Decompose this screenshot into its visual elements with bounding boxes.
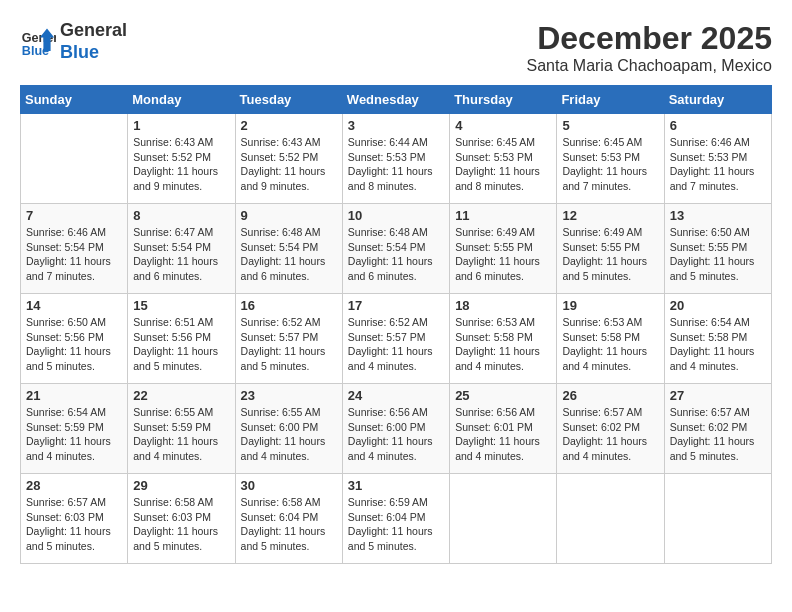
day-number: 20 bbox=[670, 298, 766, 313]
day-number: 3 bbox=[348, 118, 444, 133]
day-number: 10 bbox=[348, 208, 444, 223]
calendar-day-cell: 31Sunrise: 6:59 AMSunset: 6:04 PMDayligh… bbox=[342, 474, 449, 564]
calendar-day-cell: 29Sunrise: 6:58 AMSunset: 6:03 PMDayligh… bbox=[128, 474, 235, 564]
calendar-day-cell: 10Sunrise: 6:48 AMSunset: 5:54 PMDayligh… bbox=[342, 204, 449, 294]
calendar-day-cell: 1Sunrise: 6:43 AMSunset: 5:52 PMDaylight… bbox=[128, 114, 235, 204]
day-number: 13 bbox=[670, 208, 766, 223]
day-number: 6 bbox=[670, 118, 766, 133]
day-number: 7 bbox=[26, 208, 122, 223]
day-number: 8 bbox=[133, 208, 229, 223]
day-number: 11 bbox=[455, 208, 551, 223]
calendar-day-cell: 7Sunrise: 6:46 AMSunset: 5:54 PMDaylight… bbox=[21, 204, 128, 294]
day-info: Sunrise: 6:54 AMSunset: 5:59 PMDaylight:… bbox=[26, 405, 122, 464]
calendar-week-row: 1Sunrise: 6:43 AMSunset: 5:52 PMDaylight… bbox=[21, 114, 772, 204]
weekday-header-friday: Friday bbox=[557, 86, 664, 114]
day-number: 31 bbox=[348, 478, 444, 493]
day-info: Sunrise: 6:55 AMSunset: 5:59 PMDaylight:… bbox=[133, 405, 229, 464]
calendar-table: SundayMondayTuesdayWednesdayThursdayFrid… bbox=[20, 85, 772, 564]
day-info: Sunrise: 6:49 AMSunset: 5:55 PMDaylight:… bbox=[562, 225, 658, 284]
day-number: 15 bbox=[133, 298, 229, 313]
day-info: Sunrise: 6:53 AMSunset: 5:58 PMDaylight:… bbox=[455, 315, 551, 374]
day-number: 12 bbox=[562, 208, 658, 223]
day-info: Sunrise: 6:53 AMSunset: 5:58 PMDaylight:… bbox=[562, 315, 658, 374]
day-info: Sunrise: 6:50 AMSunset: 5:56 PMDaylight:… bbox=[26, 315, 122, 374]
calendar-day-cell: 21Sunrise: 6:54 AMSunset: 5:59 PMDayligh… bbox=[21, 384, 128, 474]
day-number: 1 bbox=[133, 118, 229, 133]
day-number: 5 bbox=[562, 118, 658, 133]
weekday-header-saturday: Saturday bbox=[664, 86, 771, 114]
day-info: Sunrise: 6:59 AMSunset: 6:04 PMDaylight:… bbox=[348, 495, 444, 554]
day-info: Sunrise: 6:50 AMSunset: 5:55 PMDaylight:… bbox=[670, 225, 766, 284]
calendar-day-cell: 25Sunrise: 6:56 AMSunset: 6:01 PMDayligh… bbox=[450, 384, 557, 474]
calendar-week-row: 28Sunrise: 6:57 AMSunset: 6:03 PMDayligh… bbox=[21, 474, 772, 564]
day-info: Sunrise: 6:54 AMSunset: 5:58 PMDaylight:… bbox=[670, 315, 766, 374]
day-number: 18 bbox=[455, 298, 551, 313]
day-info: Sunrise: 6:57 AMSunset: 6:02 PMDaylight:… bbox=[670, 405, 766, 464]
calendar-day-cell: 17Sunrise: 6:52 AMSunset: 5:57 PMDayligh… bbox=[342, 294, 449, 384]
weekday-header-monday: Monday bbox=[128, 86, 235, 114]
day-number: 2 bbox=[241, 118, 337, 133]
day-number: 21 bbox=[26, 388, 122, 403]
day-info: Sunrise: 6:51 AMSunset: 5:56 PMDaylight:… bbox=[133, 315, 229, 374]
calendar-day-cell: 11Sunrise: 6:49 AMSunset: 5:55 PMDayligh… bbox=[450, 204, 557, 294]
calendar-day-cell: 9Sunrise: 6:48 AMSunset: 5:54 PMDaylight… bbox=[235, 204, 342, 294]
calendar-week-row: 7Sunrise: 6:46 AMSunset: 5:54 PMDaylight… bbox=[21, 204, 772, 294]
empty-cell bbox=[21, 114, 128, 204]
calendar-day-cell: 3Sunrise: 6:44 AMSunset: 5:53 PMDaylight… bbox=[342, 114, 449, 204]
weekday-header-wednesday: Wednesday bbox=[342, 86, 449, 114]
day-info: Sunrise: 6:45 AMSunset: 5:53 PMDaylight:… bbox=[455, 135, 551, 194]
day-number: 16 bbox=[241, 298, 337, 313]
month-title: December 2025 bbox=[527, 20, 772, 57]
day-number: 29 bbox=[133, 478, 229, 493]
day-info: Sunrise: 6:48 AMSunset: 5:54 PMDaylight:… bbox=[348, 225, 444, 284]
location-title: Santa Maria Chachoapam, Mexico bbox=[527, 57, 772, 75]
day-number: 26 bbox=[562, 388, 658, 403]
day-number: 28 bbox=[26, 478, 122, 493]
empty-cell bbox=[450, 474, 557, 564]
calendar-day-cell: 5Sunrise: 6:45 AMSunset: 5:53 PMDaylight… bbox=[557, 114, 664, 204]
weekday-header-thursday: Thursday bbox=[450, 86, 557, 114]
calendar-day-cell: 26Sunrise: 6:57 AMSunset: 6:02 PMDayligh… bbox=[557, 384, 664, 474]
weekday-header-sunday: Sunday bbox=[21, 86, 128, 114]
weekday-header-row: SundayMondayTuesdayWednesdayThursdayFrid… bbox=[21, 86, 772, 114]
day-info: Sunrise: 6:52 AMSunset: 5:57 PMDaylight:… bbox=[241, 315, 337, 374]
calendar-day-cell: 12Sunrise: 6:49 AMSunset: 5:55 PMDayligh… bbox=[557, 204, 664, 294]
day-number: 30 bbox=[241, 478, 337, 493]
day-info: Sunrise: 6:57 AMSunset: 6:03 PMDaylight:… bbox=[26, 495, 122, 554]
day-info: Sunrise: 6:45 AMSunset: 5:53 PMDaylight:… bbox=[562, 135, 658, 194]
day-number: 25 bbox=[455, 388, 551, 403]
day-info: Sunrise: 6:52 AMSunset: 5:57 PMDaylight:… bbox=[348, 315, 444, 374]
day-info: Sunrise: 6:43 AMSunset: 5:52 PMDaylight:… bbox=[133, 135, 229, 194]
day-number: 23 bbox=[241, 388, 337, 403]
day-info: Sunrise: 6:56 AMSunset: 6:00 PMDaylight:… bbox=[348, 405, 444, 464]
calendar-day-cell: 15Sunrise: 6:51 AMSunset: 5:56 PMDayligh… bbox=[128, 294, 235, 384]
calendar-day-cell: 20Sunrise: 6:54 AMSunset: 5:58 PMDayligh… bbox=[664, 294, 771, 384]
calendar-day-cell: 4Sunrise: 6:45 AMSunset: 5:53 PMDaylight… bbox=[450, 114, 557, 204]
weekday-header-tuesday: Tuesday bbox=[235, 86, 342, 114]
calendar-day-cell: 28Sunrise: 6:57 AMSunset: 6:03 PMDayligh… bbox=[21, 474, 128, 564]
day-number: 19 bbox=[562, 298, 658, 313]
day-number: 27 bbox=[670, 388, 766, 403]
page-header: General Blue General Blue December 2025 … bbox=[20, 20, 772, 75]
day-info: Sunrise: 6:46 AMSunset: 5:54 PMDaylight:… bbox=[26, 225, 122, 284]
empty-cell bbox=[664, 474, 771, 564]
day-number: 24 bbox=[348, 388, 444, 403]
calendar-day-cell: 8Sunrise: 6:47 AMSunset: 5:54 PMDaylight… bbox=[128, 204, 235, 294]
day-info: Sunrise: 6:47 AMSunset: 5:54 PMDaylight:… bbox=[133, 225, 229, 284]
day-info: Sunrise: 6:44 AMSunset: 5:53 PMDaylight:… bbox=[348, 135, 444, 194]
calendar-day-cell: 18Sunrise: 6:53 AMSunset: 5:58 PMDayligh… bbox=[450, 294, 557, 384]
calendar-day-cell: 24Sunrise: 6:56 AMSunset: 6:00 PMDayligh… bbox=[342, 384, 449, 474]
day-number: 4 bbox=[455, 118, 551, 133]
day-info: Sunrise: 6:43 AMSunset: 5:52 PMDaylight:… bbox=[241, 135, 337, 194]
logo: General Blue General Blue bbox=[20, 20, 127, 63]
calendar-day-cell: 19Sunrise: 6:53 AMSunset: 5:58 PMDayligh… bbox=[557, 294, 664, 384]
calendar-day-cell: 27Sunrise: 6:57 AMSunset: 6:02 PMDayligh… bbox=[664, 384, 771, 474]
day-number: 14 bbox=[26, 298, 122, 313]
calendar-day-cell: 23Sunrise: 6:55 AMSunset: 6:00 PMDayligh… bbox=[235, 384, 342, 474]
calendar-day-cell: 2Sunrise: 6:43 AMSunset: 5:52 PMDaylight… bbox=[235, 114, 342, 204]
day-number: 22 bbox=[133, 388, 229, 403]
day-info: Sunrise: 6:57 AMSunset: 6:02 PMDaylight:… bbox=[562, 405, 658, 464]
day-info: Sunrise: 6:58 AMSunset: 6:04 PMDaylight:… bbox=[241, 495, 337, 554]
calendar-day-cell: 14Sunrise: 6:50 AMSunset: 5:56 PMDayligh… bbox=[21, 294, 128, 384]
calendar-week-row: 14Sunrise: 6:50 AMSunset: 5:56 PMDayligh… bbox=[21, 294, 772, 384]
